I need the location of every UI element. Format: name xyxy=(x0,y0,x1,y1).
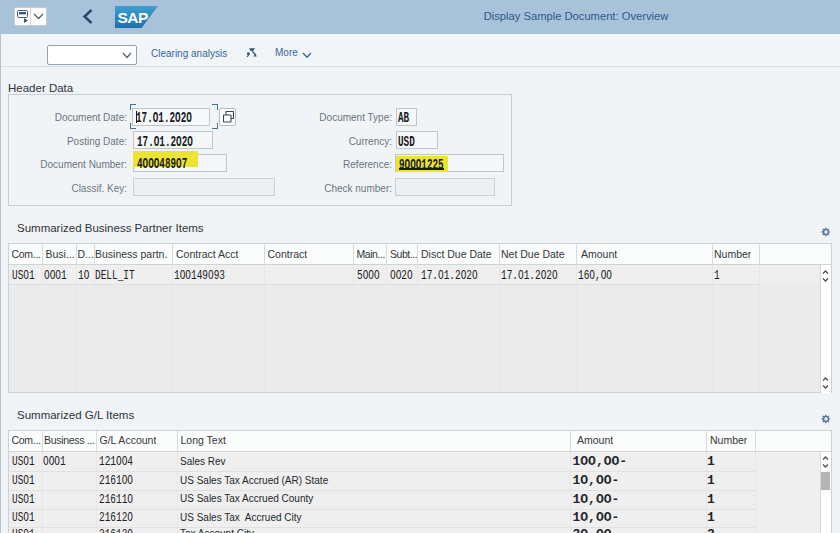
svg-text:SAP: SAP xyxy=(118,9,149,26)
